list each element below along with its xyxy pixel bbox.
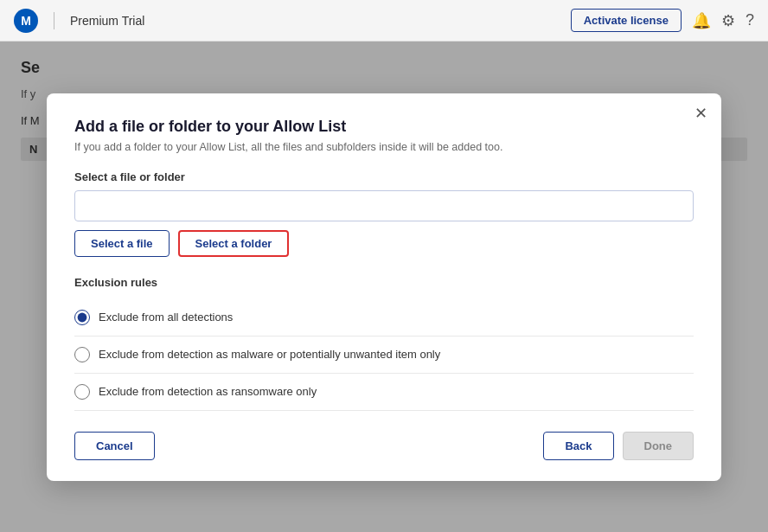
topbar: M Premium Trial Activate license 🔔 ⚙ ? <box>0 0 768 42</box>
topbar-right: Activate license 🔔 ⚙ ? <box>571 9 754 32</box>
file-buttons-group: Select a file Select a folder <box>74 230 694 257</box>
back-button[interactable]: Back <box>543 432 613 460</box>
cancel-button[interactable]: Cancel <box>74 432 155 460</box>
radio-item-exclude-malware[interactable]: Exclude from detection as malware or pot… <box>74 337 694 374</box>
exclusion-rules-label: Exclusion rules <box>74 276 694 289</box>
bell-icon[interactable]: 🔔 <box>692 11 711 30</box>
radio-exclude-all-label: Exclude from all detections <box>99 311 233 324</box>
select-file-button[interactable]: Select a file <box>74 230 170 257</box>
help-icon[interactable]: ? <box>746 11 754 29</box>
radio-exclude-ransomware[interactable] <box>74 384 90 400</box>
radio-exclude-malware[interactable] <box>74 347 90 362</box>
divider <box>54 12 54 29</box>
activate-license-button[interactable]: Activate license <box>571 9 682 32</box>
logo-area: M Premium Trial <box>14 9 144 33</box>
file-path-input[interactable] <box>74 190 694 221</box>
radio-exclude-ransomware-label: Exclude from detection as ransomware onl… <box>99 385 317 398</box>
app-title: Premium Trial <box>70 14 144 28</box>
modal-footer: Cancel Back Done <box>74 432 694 460</box>
radio-item-exclude-all[interactable]: Exclude from all detections <box>74 299 694 337</box>
modal-title: Add a file or folder to your Allow List <box>74 118 694 136</box>
footer-right-buttons: Back Done <box>543 432 694 460</box>
modal-dialog: ✕ Add a file or folder to your Allow Lis… <box>47 93 721 481</box>
main-content: Se If y If M N ✕ Add a file or folder to… <box>0 42 768 532</box>
modal-close-button[interactable]: ✕ <box>694 106 707 121</box>
radio-item-exclude-ransomware[interactable]: Exclude from detection as ransomware onl… <box>74 374 694 411</box>
modal-subtitle: If you add a folder to your Allow List, … <box>74 141 694 153</box>
radio-exclude-all[interactable] <box>74 310 90 325</box>
modal-overlay: ✕ Add a file or folder to your Allow Lis… <box>0 42 768 532</box>
gear-icon[interactable]: ⚙ <box>721 11 735 30</box>
exclusion-radio-group: Exclude from all detections Exclude from… <box>74 299 694 411</box>
select-folder-button[interactable]: Select a folder <box>178 230 290 257</box>
app-logo: M <box>14 9 38 33</box>
radio-exclude-malware-label: Exclude from detection as malware or pot… <box>99 348 440 361</box>
done-button: Done <box>623 432 694 460</box>
file-section-label: Select a file or folder <box>74 170 694 183</box>
